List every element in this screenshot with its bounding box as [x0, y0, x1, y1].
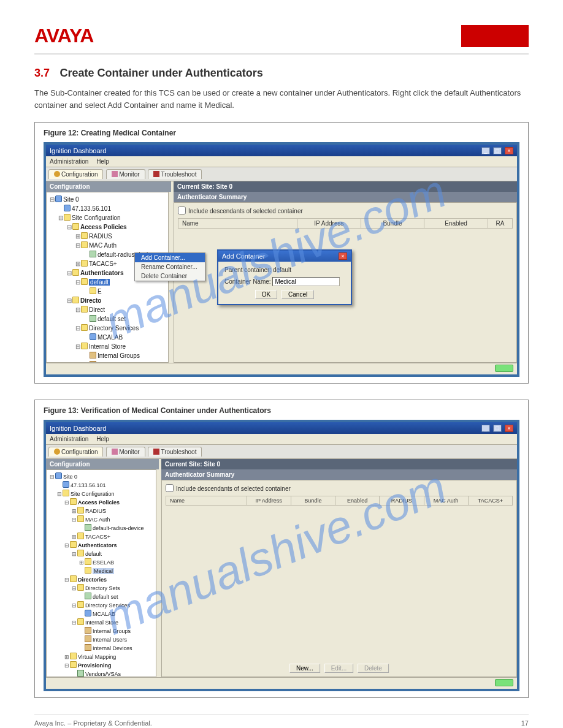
col-bundle[interactable]: Bundle — [361, 219, 425, 228]
folder-icon — [70, 661, 77, 668]
device-icon — [90, 251, 96, 257]
folder-icon — [70, 541, 77, 548]
menubar-2: Administration Help — [46, 434, 517, 445]
container-name-input[interactable] — [272, 277, 340, 286]
col-bundle[interactable]: Bundle — [291, 496, 335, 505]
figure-13-caption: Figure 13: Verification of Medical Conta… — [44, 406, 519, 415]
section-title: Create Container under Authenticators — [59, 67, 262, 79]
col-tacacs[interactable]: TACACS+ — [469, 496, 512, 505]
current-site-header-1: Current Site: Site 0 — [174, 181, 517, 192]
config-panel-header-2: Configuration — [46, 459, 159, 469]
menu-admin[interactable]: Administration — [50, 158, 88, 165]
window-titlebar-1: Ignition Dashboard _ □ × — [46, 145, 517, 156]
tab-configuration[interactable]: Configuration — [48, 447, 103, 457]
figure-13-box: Figure 13: Verification of Medical Conta… — [34, 400, 529, 698]
folder-icon — [77, 533, 84, 539]
chart-icon — [112, 449, 118, 455]
col-name[interactable]: Name — [178, 219, 297, 228]
container-name-label: Container Name: — [224, 278, 271, 285]
ctx-delete-container[interactable]: Delete Container — [135, 271, 205, 281]
tab-monitor[interactable]: Monitor — [106, 169, 145, 179]
vendor-icon — [77, 670, 84, 677]
section-heading: 3.7 Create Container under Authenticator… — [34, 67, 529, 80]
config-tree-2[interactable]: ⊟Site 0 47.133.56.101 ⊟Site Configuratio… — [46, 469, 156, 677]
statusbar-2 — [46, 677, 517, 689]
db-icon — [90, 333, 96, 340]
page-footer: Avaya Inc. – Proprietary & Confidential.… — [34, 714, 529, 728]
config-panel-header-1: Configuration — [46, 181, 171, 192]
minimize-icon[interactable]: _ — [481, 147, 490, 154]
folder-icon — [90, 287, 96, 294]
menu-admin[interactable]: Administration — [50, 436, 88, 442]
col-macauth[interactable]: MAC Auth — [424, 496, 469, 505]
gear-icon — [54, 171, 60, 177]
menu-help[interactable]: Help — [96, 158, 109, 165]
dialog-ok-button[interactable]: OK — [255, 290, 277, 299]
folder-icon — [72, 297, 79, 303]
gear-icon — [54, 449, 60, 455]
folder-icon — [81, 324, 88, 331]
server-icon — [63, 481, 69, 488]
figure-12-box: Figure 12: Creating Medical Container ma… — [34, 122, 529, 384]
folder-icon — [63, 490, 69, 496]
folder-icon — [77, 618, 84, 625]
auth-summary-header-1: Authenticator Summary — [174, 192, 517, 202]
folder-icon — [77, 601, 84, 608]
folder-icon — [81, 306, 88, 313]
section-body: The Sub-Container created for this TCS c… — [34, 87, 529, 111]
close-icon[interactable]: × — [505, 147, 513, 154]
folder-icon — [70, 653, 77, 659]
minimize-icon[interactable]: _ — [481, 425, 490, 432]
site-icon — [55, 472, 62, 479]
tab-troubleshoot[interactable]: Troubleshoot — [148, 447, 202, 457]
site-icon — [55, 195, 62, 202]
page-number: 17 — [521, 719, 529, 728]
columns-header-1: Name IP Address Bundle Enabled RA — [178, 218, 513, 229]
menu-help[interactable]: Help — [96, 436, 109, 442]
columns-header-2: Name IP Address Bundle Enabled RADIUS MA… — [166, 496, 513, 506]
parent-container-label: Parent container: — [224, 267, 271, 273]
folder-icon — [77, 507, 84, 514]
tree-node-medical[interactable]: Medical — [93, 568, 114, 574]
col-ra: RA — [488, 219, 512, 228]
folder-icon — [81, 343, 88, 349]
folder-icon — [70, 575, 77, 582]
server-icon — [64, 205, 71, 211]
tab-monitor[interactable]: Monitor — [106, 447, 145, 457]
header-redbox — [461, 25, 529, 47]
include-desc-checkbox-row: Include descendants of selected containe… — [178, 207, 513, 214]
context-menu: Add Container... Rename Container... Del… — [134, 252, 205, 281]
statusbar-1 — [46, 363, 517, 374]
col-radius[interactable]: RADIUS — [380, 496, 424, 505]
include-desc-checkbox[interactable] — [166, 484, 174, 492]
col-enabled[interactable]: Enabled — [424, 219, 488, 228]
tab-troubleshoot[interactable]: Troubleshoot — [148, 169, 202, 179]
current-site-header-2: Current Site: Site 0 — [161, 459, 517, 469]
new-button[interactable]: New... — [289, 664, 320, 673]
folder-icon — [72, 223, 79, 230]
ctx-rename-container[interactable]: Rename Container... — [135, 262, 205, 271]
maximize-icon[interactable]: □ — [493, 147, 502, 154]
maximize-icon[interactable]: □ — [493, 425, 502, 432]
col-name[interactable]: Name — [166, 496, 247, 505]
close-icon[interactable]: × — [505, 425, 513, 432]
col-ip[interactable]: IP Address — [247, 496, 291, 505]
folder-icon — [85, 567, 91, 574]
ctx-add-container[interactable]: Add Container... — [135, 253, 205, 262]
folder-icon — [77, 515, 84, 522]
group-icon — [85, 627, 91, 634]
dialog-cancel-button[interactable]: Cancel — [282, 290, 314, 299]
tabbar-1: Configuration Monitor Troubleshoot — [46, 167, 517, 181]
tree-node-default[interactable]: default — [89, 279, 110, 286]
add-container-dialog: Add Container × Parent container: defaul… — [217, 249, 352, 305]
set-icon — [85, 593, 91, 599]
col-enabled[interactable]: Enabled — [335, 496, 380, 505]
dialog-close-icon[interactable]: × — [339, 252, 347, 260]
delete-button: Delete — [358, 664, 389, 673]
device-icon — [85, 644, 91, 651]
folder-icon — [81, 260, 88, 267]
include-desc-checkbox[interactable] — [178, 207, 186, 214]
tab-configuration[interactable]: Configuration — [48, 169, 103, 179]
window-controls-2: _ □ × — [480, 424, 513, 432]
col-ip[interactable]: IP Address — [297, 219, 361, 228]
